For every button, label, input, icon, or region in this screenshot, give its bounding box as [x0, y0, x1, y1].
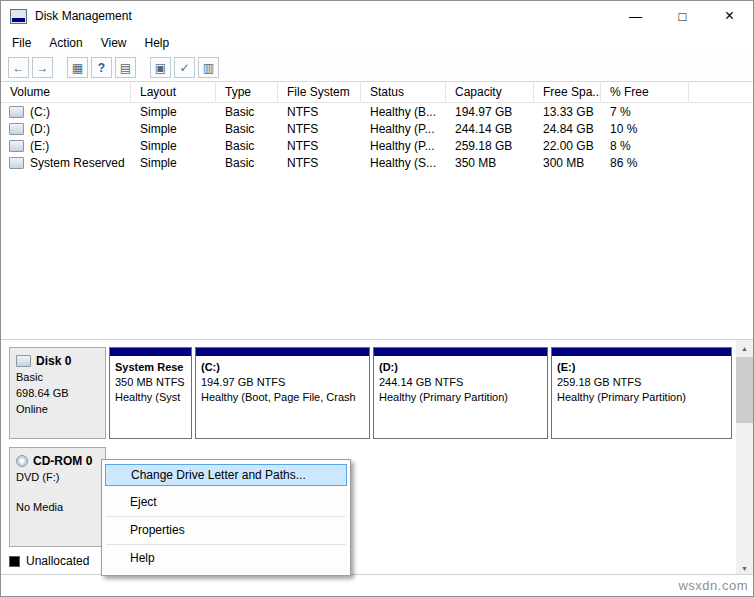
- back-icon[interactable]: ←: [8, 57, 29, 78]
- type-cell: Basic: [216, 122, 278, 136]
- cdrom0-panel[interactable]: CD-ROM 0 DVD (F:) No Media: [9, 447, 106, 547]
- vertical-scrollbar: ▲ ▼: [736, 340, 753, 577]
- disc-icon: [16, 455, 28, 467]
- type-cell: Basic: [216, 139, 278, 153]
- table-row[interactable]: (E:) Simple Basic NTFS Healthy (P... 259…: [1, 137, 753, 154]
- context-menu: Change Drive Letter and Paths... Eject P…: [101, 459, 351, 576]
- disk-management-icon[interactable]: [10, 9, 27, 24]
- disk0-size: 698.64 GB: [16, 385, 99, 401]
- column-header-status[interactable]: Status: [361, 82, 446, 102]
- menu-item-help[interactable]: Help: [104, 545, 348, 572]
- status-cell: Healthy (P...: [361, 139, 446, 153]
- export-list-icon[interactable]: ▤: [115, 57, 136, 78]
- drive-icon: [9, 106, 24, 118]
- partition-title: (E:): [557, 360, 727, 375]
- cdrom0-title: CD-ROM 0: [16, 453, 99, 469]
- freespace-cell: 13.33 GB: [534, 105, 601, 119]
- partition-c[interactable]: (C:) 194.97 GB NTFS Healthy (Boot, Page …: [195, 347, 370, 439]
- layout-cell: Simple: [131, 139, 216, 153]
- type-cell: Basic: [216, 156, 278, 170]
- title-bar: Disk Management — □ ×: [1, 1, 753, 31]
- disk0-title: Disk 0: [16, 353, 99, 369]
- menu-view[interactable]: View: [92, 36, 136, 50]
- check-disk-icon[interactable]: ✓: [174, 57, 195, 78]
- maximize-button[interactable]: □: [659, 1, 706, 31]
- primary-partition-bar: [374, 348, 547, 356]
- primary-partition-bar: [552, 348, 731, 356]
- partition-status: Healthy (Boot, Page File, Crash: [201, 390, 365, 405]
- table-row[interactable]: (C:) Simple Basic NTFS Healthy (B... 194…: [1, 103, 753, 120]
- percentfree-cell: 7 %: [601, 105, 689, 119]
- partition-size: 244.14 GB NTFS: [379, 375, 543, 390]
- type-cell: Basic: [216, 105, 278, 119]
- table-row[interactable]: (D:) Simple Basic NTFS Healthy (P... 244…: [1, 120, 753, 137]
- disk0-status: Online: [16, 401, 99, 417]
- volume-list: Volume Layout Type File System Status Ca…: [1, 82, 753, 339]
- capacity-cell: 259.18 GB: [446, 139, 534, 153]
- column-header-percentfree[interactable]: % Free: [601, 82, 689, 102]
- menu-bar: File Action View Help: [1, 31, 753, 54]
- capacity-cell: 350 MB: [446, 156, 534, 170]
- filesystem-cell: NTFS: [278, 105, 361, 119]
- toolbar: ← → ▦ ? ▤ ▣ ✓ ▥: [1, 54, 753, 82]
- menu-item-change-drive-letter[interactable]: Change Drive Letter and Paths...: [105, 464, 347, 486]
- partition-size: 194.97 GB NTFS: [201, 375, 365, 390]
- freespace-cell: 22.00 GB: [534, 139, 601, 153]
- menu-file[interactable]: File: [3, 36, 40, 50]
- minimize-button[interactable]: —: [612, 1, 659, 31]
- volume-name-cell: (D:): [1, 122, 131, 136]
- action-pane-icon[interactable]: ▣: [150, 57, 171, 78]
- partition-status: Healthy (Primary Partition): [557, 390, 727, 405]
- filesystem-cell: NTFS: [278, 139, 361, 153]
- window-controls: — □ ×: [612, 1, 753, 31]
- capacity-cell: 194.97 GB: [446, 105, 534, 119]
- forward-icon[interactable]: →: [32, 57, 53, 78]
- partition-size: 259.18 GB NTFS: [557, 375, 727, 390]
- menu-item-properties[interactable]: Properties: [104, 517, 348, 544]
- column-header-layout[interactable]: Layout: [131, 82, 216, 102]
- console-tree-icon[interactable]: ▦: [67, 57, 88, 78]
- column-header-type[interactable]: Type: [216, 82, 278, 102]
- window-title: Disk Management: [35, 9, 132, 23]
- drive-icon: [9, 157, 24, 169]
- properties-icon[interactable]: ▥: [198, 57, 219, 78]
- percentfree-cell: 86 %: [601, 156, 689, 170]
- layout-cell: Simple: [131, 156, 216, 170]
- column-header-capacity[interactable]: Capacity: [446, 82, 534, 102]
- table-row[interactable]: System Reserved Simple Basic NTFS Health…: [1, 154, 753, 171]
- partition-size: 350 MB NTFS: [115, 375, 187, 390]
- menu-item-eject[interactable]: Eject: [104, 489, 348, 516]
- filesystem-cell: NTFS: [278, 156, 361, 170]
- status-cell: Healthy (P...: [361, 122, 446, 136]
- primary-partition-bar: [196, 348, 369, 356]
- drive-icon: [9, 140, 24, 152]
- disk0-panel[interactable]: Disk 0 Basic 698.64 GB Online: [9, 347, 106, 439]
- partition-status: Healthy (Primary Partition): [379, 390, 543, 405]
- column-header-freespace[interactable]: Free Spa...: [534, 82, 601, 102]
- status-bar: wsxdn.com: [1, 574, 753, 596]
- partition-status: Healthy (Syst: [115, 390, 187, 405]
- freespace-cell: 300 MB: [534, 156, 601, 170]
- column-header-volume[interactable]: Volume: [1, 82, 131, 102]
- drive-icon: [16, 355, 31, 367]
- close-button[interactable]: ×: [706, 1, 753, 31]
- partition-e[interactable]: (E:) 259.18 GB NTFS Healthy (Primary Par…: [551, 347, 732, 439]
- scroll-up-icon[interactable]: ▲: [736, 340, 753, 357]
- menu-help[interactable]: Help: [136, 36, 179, 50]
- scrollbar-thumb[interactable]: [736, 357, 753, 423]
- help-icon[interactable]: ?: [91, 57, 112, 78]
- drive-icon: [9, 123, 24, 135]
- partition-system-reserved[interactable]: System Rese 350 MB NTFS Healthy (Syst: [109, 347, 192, 439]
- partition-title: (C:): [201, 360, 365, 375]
- partition-d[interactable]: (D:) 244.14 GB NTFS Healthy (Primary Par…: [373, 347, 548, 439]
- layout-cell: Simple: [131, 105, 216, 119]
- primary-partition-bar: [110, 348, 191, 356]
- status-cell: Healthy (S...: [361, 156, 446, 170]
- unallocated-swatch: [9, 556, 20, 567]
- column-header-filesystem[interactable]: File System: [278, 82, 361, 102]
- legend: Unallocated: [9, 554, 114, 568]
- volume-name-cell: System Reserved: [1, 156, 131, 170]
- menu-action[interactable]: Action: [40, 36, 91, 50]
- status-cell: Healthy (B...: [361, 105, 446, 119]
- volume-list-header: Volume Layout Type File System Status Ca…: [1, 82, 753, 103]
